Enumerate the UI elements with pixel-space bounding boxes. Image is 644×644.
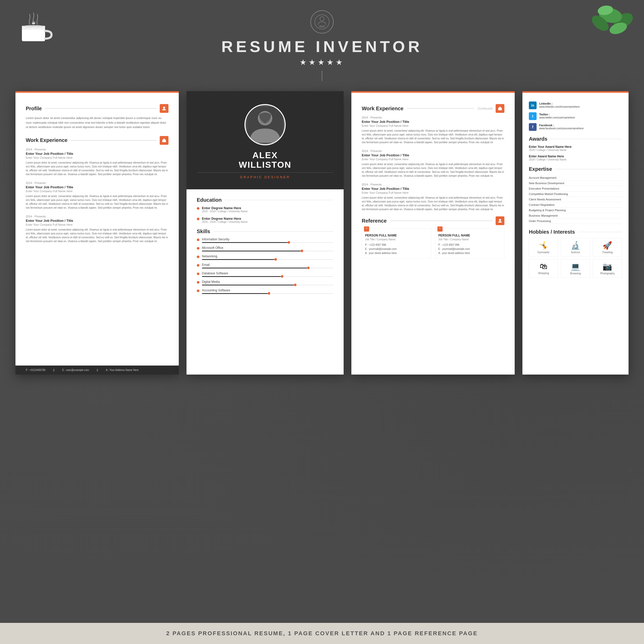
hobbies-title: Hobbies / Interests [529, 229, 575, 235]
skill-name: Digital Media [202, 280, 334, 284]
profile-title: Profile [26, 106, 42, 112]
work-icon-2 [496, 104, 504, 113]
awards-title: Awards [529, 136, 547, 142]
work-entry-p2-1: 2014 - Presents Enter Your Job Position … [362, 116, 504, 144]
expertise-items: Account ManagementNew Business Developme… [529, 175, 622, 224]
brand-title: RESUME INVENTOR [0, 37, 644, 56]
skills-list: Information Security Microsoft Office Ne… [197, 238, 334, 294]
edu-degree-1: Enter Degree Name Here [202, 206, 334, 210]
resume-page-2-right: in LinkedIn : www.linkedin.com/in/userna… [522, 91, 629, 375]
awards-section-header: Awards [529, 136, 622, 142]
twitter-item: t Twitter : www.twitter.com/usernamehere [529, 112, 622, 120]
continued-label: (Continued) [478, 107, 492, 110]
award-detail-2: 2018 / College / University Name [529, 158, 622, 161]
resume-page-1-left: Profile Lorem ipsum dolor sit amet conse… [15, 91, 179, 375]
ref-card-2: " PERSON FULL NAME Job Title / Company N… [435, 228, 504, 259]
work-title-p2-2: Enter Your Job Position / Title [362, 153, 504, 157]
skill-bar-fill [202, 276, 281, 277]
ref-address-1: A : your street address here [365, 251, 428, 255]
work-company-p2-1: Enter Your Company Full Name Here [362, 124, 504, 127]
profile-icon [160, 104, 168, 113]
edu-degree-2: Enter Degree Name Here [202, 217, 334, 221]
skill-bar-fill [202, 242, 287, 243]
skill-dot-marker [274, 258, 277, 261]
skill-name: Email [202, 263, 334, 267]
education-entries: Enter Degree Name Here 2016 - 2018 / Col… [197, 206, 334, 223]
work-exp-title: Work Experience [26, 137, 67, 143]
footer-email: E : user@example.com [62, 369, 89, 371]
facebook-url: www.facebook.com/yourusernamehere [539, 127, 584, 130]
resume-page-1-middle: ALEX WILLISTON GRAPHIC DESIGNER Educatio… [187, 91, 344, 375]
facebook-icon: f [529, 123, 537, 131]
facebook-label: Facebook : [539, 124, 584, 127]
twitter-label: Twitter : [539, 113, 575, 116]
ref-job-title-2: Job Title / Company Name [438, 238, 501, 241]
skill-dot [197, 256, 199, 258]
page-footer: P : +0123456789 || E : user@example.com … [15, 366, 179, 375]
award-name-2: Enter Award Name Here [529, 155, 622, 158]
svg-point-20 [499, 219, 501, 221]
reference-title: Reference [362, 218, 387, 224]
work-entry-p2-3: 2014 - Presents Enter Your Job Position … [362, 183, 504, 211]
rating-stars: ★★★★★ [0, 58, 644, 67]
hobbies-grid: 🤸 Gymnastic 🔬 Science 🚀 Traveling 🛍 Shop… [529, 238, 622, 278]
facebook-item: f Facebook : www.facebook.com/youruserna… [529, 123, 622, 131]
middle-content: Education Enter Degree Name Here 2016 - … [187, 189, 344, 305]
hobby-label: Browsing [562, 272, 589, 275]
work-description-3: Lorem ipsum dolor sit amet, consectetur … [26, 228, 168, 243]
linkedin-icon: in [529, 101, 537, 109]
expertise-item: Account Management [529, 175, 622, 181]
skill-item: Microsoft Office [197, 246, 334, 251]
skill-item: Digital Media [197, 280, 334, 285]
bottom-banner: 2 PAGES PROFESSIONAL RESUME, 1 PAGE COVE… [0, 623, 644, 644]
work-entry-p2-2: 2014 - Presents Enter Your Job Position … [362, 149, 504, 178]
person-name-line1: ALEX [197, 150, 334, 160]
expertise-item: Executive Presentations [529, 186, 622, 191]
orange-top-bar [15, 91, 179, 93]
skill-bar-bg [202, 276, 334, 277]
section-divider [45, 108, 156, 109]
reference-grid: " PERSON FULL NAME Job Title / Company N… [362, 228, 504, 259]
hobby-label: Photography [594, 272, 621, 275]
twitter-url: www.twitter.com/usernamehere [539, 116, 575, 120]
work-desc-p2-3: Lorem ipsum dolor sit amet, consectetur … [362, 196, 504, 211]
skills-section-header: Skills [197, 228, 334, 234]
hobby-icon: 🛍 [530, 262, 557, 271]
edu-year-2: 2016 - 2018 / College / University Name [202, 221, 334, 223]
section-divider-edu [225, 200, 333, 200]
skill-bar-fill [202, 293, 268, 294]
hobby-item: 💻 Browsing [561, 259, 590, 278]
ref-quote-icon-1: " [364, 226, 369, 232]
brand-logo [310, 10, 334, 33]
work-position-2: Enter Your Job Position / Title [26, 185, 168, 189]
skill-name: Accounting Software [202, 289, 334, 292]
work-company-p2-2: Enter Your Company Full Name Here [362, 158, 504, 161]
linkedin-url: www.linkedin.com/in/usernamehere [539, 105, 580, 109]
edu-entry-2: Enter Degree Name Here 2016 - 2018 / Col… [197, 217, 334, 223]
award-entry-2: Enter Award Name Here 2018 / College / U… [529, 155, 622, 161]
work-year: 2014 - Presents [26, 148, 168, 151]
work-entry-3: 2014 - Presents Enter Your Job Position … [26, 215, 168, 243]
hobby-icon: 📷 [594, 262, 621, 271]
hobby-label: Gymnastic [530, 251, 557, 254]
page-header: RESUME INVENTOR ★★★★★ [0, 0, 644, 86]
skill-bar-bg [202, 293, 334, 294]
orange-top-bar-p2l [351, 91, 515, 93]
expertise-item: Client Needs Assessment [529, 197, 622, 202]
work-position: Enter Your Job Position / Title [26, 152, 168, 156]
skill-dot-marker [287, 241, 290, 244]
expertise-item: Order Processing [529, 218, 622, 224]
svg-rect-19 [498, 108, 502, 110]
profile-section-header: Profile [26, 104, 168, 113]
hobby-item: 🛍 Shopping [529, 259, 558, 278]
expertise-item: Competitive Market Positioning [529, 191, 622, 197]
skill-bar-bg [202, 268, 334, 268]
work-exp-2-header: Work Experience (Continued) [362, 104, 504, 113]
ref-phone-2: P : +123 4567 896 [438, 243, 501, 247]
skill-item: Accounting Software [197, 289, 334, 294]
edu-dot-2 [197, 218, 199, 220]
skill-dot [197, 239, 199, 241]
work-year-p2-2: 2014 - Presents [362, 149, 504, 152]
work-description: Lorem ipsum dolor sit amet, consectetur … [26, 161, 168, 176]
section-divider-skills [213, 231, 333, 232]
